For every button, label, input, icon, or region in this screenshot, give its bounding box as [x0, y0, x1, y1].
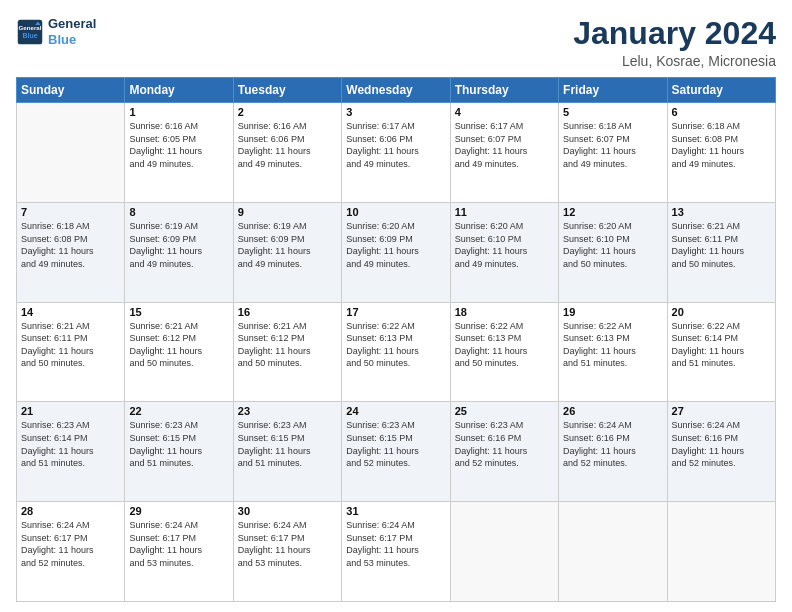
day-info: Sunrise: 6:17 AM Sunset: 6:06 PM Dayligh…: [346, 120, 445, 170]
day-info: Sunrise: 6:16 AM Sunset: 6:06 PM Dayligh…: [238, 120, 337, 170]
calendar-title: January 2024: [573, 16, 776, 51]
day-info: Sunrise: 6:18 AM Sunset: 6:08 PM Dayligh…: [21, 220, 120, 270]
day-info: Sunrise: 6:24 AM Sunset: 6:16 PM Dayligh…: [672, 419, 771, 469]
svg-text:Blue: Blue: [22, 32, 37, 39]
day-number: 23: [238, 405, 337, 417]
day-number: 16: [238, 306, 337, 318]
page: General Blue General Blue January 2024 L…: [0, 0, 792, 612]
day-cell: 2Sunrise: 6:16 AM Sunset: 6:06 PM Daylig…: [233, 103, 341, 203]
day-cell: 30Sunrise: 6:24 AM Sunset: 6:17 PM Dayli…: [233, 502, 341, 602]
day-info: Sunrise: 6:23 AM Sunset: 6:15 PM Dayligh…: [129, 419, 228, 469]
day-info: Sunrise: 6:22 AM Sunset: 6:13 PM Dayligh…: [563, 320, 662, 370]
day-info: Sunrise: 6:17 AM Sunset: 6:07 PM Dayligh…: [455, 120, 554, 170]
day-cell: 3Sunrise: 6:17 AM Sunset: 6:06 PM Daylig…: [342, 103, 450, 203]
day-number: 5: [563, 106, 662, 118]
day-cell: 28Sunrise: 6:24 AM Sunset: 6:17 PM Dayli…: [17, 502, 125, 602]
header: General Blue General Blue January 2024 L…: [16, 16, 776, 69]
day-number: 9: [238, 206, 337, 218]
day-info: Sunrise: 6:22 AM Sunset: 6:13 PM Dayligh…: [455, 320, 554, 370]
day-number: 31: [346, 505, 445, 517]
day-number: 18: [455, 306, 554, 318]
day-info: Sunrise: 6:19 AM Sunset: 6:09 PM Dayligh…: [129, 220, 228, 270]
day-cell: 14Sunrise: 6:21 AM Sunset: 6:11 PM Dayli…: [17, 302, 125, 402]
day-cell: 23Sunrise: 6:23 AM Sunset: 6:15 PM Dayli…: [233, 402, 341, 502]
day-info: Sunrise: 6:20 AM Sunset: 6:10 PM Dayligh…: [563, 220, 662, 270]
day-info: Sunrise: 6:23 AM Sunset: 6:15 PM Dayligh…: [238, 419, 337, 469]
day-number: 17: [346, 306, 445, 318]
day-info: Sunrise: 6:20 AM Sunset: 6:09 PM Dayligh…: [346, 220, 445, 270]
day-number: 12: [563, 206, 662, 218]
day-cell: 7Sunrise: 6:18 AM Sunset: 6:08 PM Daylig…: [17, 202, 125, 302]
day-number: 20: [672, 306, 771, 318]
day-number: 21: [21, 405, 120, 417]
day-cell: 9Sunrise: 6:19 AM Sunset: 6:09 PM Daylig…: [233, 202, 341, 302]
header-wednesday: Wednesday: [342, 78, 450, 103]
day-info: Sunrise: 6:24 AM Sunset: 6:17 PM Dayligh…: [129, 519, 228, 569]
day-cell: [450, 502, 558, 602]
day-cell: [17, 103, 125, 203]
day-number: 3: [346, 106, 445, 118]
day-info: Sunrise: 6:21 AM Sunset: 6:12 PM Dayligh…: [238, 320, 337, 370]
day-cell: 4Sunrise: 6:17 AM Sunset: 6:07 PM Daylig…: [450, 103, 558, 203]
svg-text:General: General: [19, 24, 42, 31]
day-cell: 18Sunrise: 6:22 AM Sunset: 6:13 PM Dayli…: [450, 302, 558, 402]
day-cell: [667, 502, 775, 602]
header-monday: Monday: [125, 78, 233, 103]
day-number: 14: [21, 306, 120, 318]
day-cell: 16Sunrise: 6:21 AM Sunset: 6:12 PM Dayli…: [233, 302, 341, 402]
day-cell: 31Sunrise: 6:24 AM Sunset: 6:17 PM Dayli…: [342, 502, 450, 602]
day-cell: [559, 502, 667, 602]
week-row-4: 21Sunrise: 6:23 AM Sunset: 6:14 PM Dayli…: [17, 402, 776, 502]
day-cell: 5Sunrise: 6:18 AM Sunset: 6:07 PM Daylig…: [559, 103, 667, 203]
day-cell: 25Sunrise: 6:23 AM Sunset: 6:16 PM Dayli…: [450, 402, 558, 502]
week-row-2: 7Sunrise: 6:18 AM Sunset: 6:08 PM Daylig…: [17, 202, 776, 302]
day-info: Sunrise: 6:24 AM Sunset: 6:17 PM Dayligh…: [21, 519, 120, 569]
day-info: Sunrise: 6:23 AM Sunset: 6:16 PM Dayligh…: [455, 419, 554, 469]
day-info: Sunrise: 6:20 AM Sunset: 6:10 PM Dayligh…: [455, 220, 554, 270]
day-info: Sunrise: 6:16 AM Sunset: 6:05 PM Dayligh…: [129, 120, 228, 170]
day-cell: 12Sunrise: 6:20 AM Sunset: 6:10 PM Dayli…: [559, 202, 667, 302]
day-number: 30: [238, 505, 337, 517]
day-number: 15: [129, 306, 228, 318]
day-cell: 11Sunrise: 6:20 AM Sunset: 6:10 PM Dayli…: [450, 202, 558, 302]
header-sunday: Sunday: [17, 78, 125, 103]
day-cell: 10Sunrise: 6:20 AM Sunset: 6:09 PM Dayli…: [342, 202, 450, 302]
calendar-subtitle: Lelu, Kosrae, Micronesia: [573, 53, 776, 69]
day-number: 1: [129, 106, 228, 118]
day-cell: 15Sunrise: 6:21 AM Sunset: 6:12 PM Dayli…: [125, 302, 233, 402]
header-saturday: Saturday: [667, 78, 775, 103]
day-cell: 26Sunrise: 6:24 AM Sunset: 6:16 PM Dayli…: [559, 402, 667, 502]
day-info: Sunrise: 6:23 AM Sunset: 6:14 PM Dayligh…: [21, 419, 120, 469]
header-tuesday: Tuesday: [233, 78, 341, 103]
day-cell: 29Sunrise: 6:24 AM Sunset: 6:17 PM Dayli…: [125, 502, 233, 602]
day-number: 24: [346, 405, 445, 417]
day-number: 8: [129, 206, 228, 218]
day-cell: 27Sunrise: 6:24 AM Sunset: 6:16 PM Dayli…: [667, 402, 775, 502]
day-info: Sunrise: 6:22 AM Sunset: 6:14 PM Dayligh…: [672, 320, 771, 370]
day-cell: 6Sunrise: 6:18 AM Sunset: 6:08 PM Daylig…: [667, 103, 775, 203]
day-number: 4: [455, 106, 554, 118]
day-number: 2: [238, 106, 337, 118]
day-info: Sunrise: 6:22 AM Sunset: 6:13 PM Dayligh…: [346, 320, 445, 370]
day-cell: 24Sunrise: 6:23 AM Sunset: 6:15 PM Dayli…: [342, 402, 450, 502]
day-info: Sunrise: 6:21 AM Sunset: 6:11 PM Dayligh…: [21, 320, 120, 370]
header-row: Sunday Monday Tuesday Wednesday Thursday…: [17, 78, 776, 103]
logo-icon: General Blue: [16, 18, 44, 46]
day-info: Sunrise: 6:24 AM Sunset: 6:17 PM Dayligh…: [346, 519, 445, 569]
day-cell: 17Sunrise: 6:22 AM Sunset: 6:13 PM Dayli…: [342, 302, 450, 402]
day-cell: 22Sunrise: 6:23 AM Sunset: 6:15 PM Dayli…: [125, 402, 233, 502]
week-row-5: 28Sunrise: 6:24 AM Sunset: 6:17 PM Dayli…: [17, 502, 776, 602]
day-cell: 1Sunrise: 6:16 AM Sunset: 6:05 PM Daylig…: [125, 103, 233, 203]
day-info: Sunrise: 6:21 AM Sunset: 6:11 PM Dayligh…: [672, 220, 771, 270]
day-number: 22: [129, 405, 228, 417]
week-row-1: 1Sunrise: 6:16 AM Sunset: 6:05 PM Daylig…: [17, 103, 776, 203]
day-info: Sunrise: 6:21 AM Sunset: 6:12 PM Dayligh…: [129, 320, 228, 370]
day-info: Sunrise: 6:18 AM Sunset: 6:07 PM Dayligh…: [563, 120, 662, 170]
day-number: 27: [672, 405, 771, 417]
day-cell: 20Sunrise: 6:22 AM Sunset: 6:14 PM Dayli…: [667, 302, 775, 402]
day-number: 7: [21, 206, 120, 218]
day-number: 25: [455, 405, 554, 417]
day-number: 29: [129, 505, 228, 517]
day-number: 13: [672, 206, 771, 218]
day-number: 6: [672, 106, 771, 118]
